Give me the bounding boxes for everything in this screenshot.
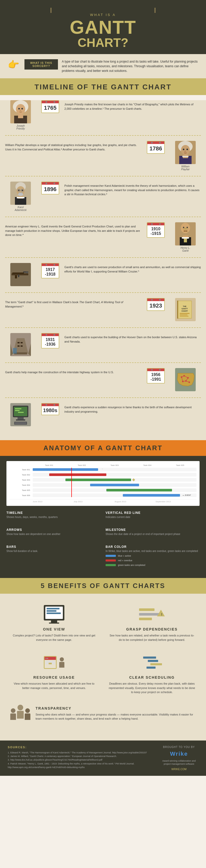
year-1931: 1931-1936 [42, 336, 59, 348]
anatomy-label-bars: Bars Show full duration of a task. [6, 545, 100, 566]
benefits-title: 5 Benefits of Gantt Charts [4, 582, 202, 590]
svg-rect-34 [184, 239, 187, 242]
benefit-title-scheduling: Clear Scheduling [108, 675, 196, 679]
legend-red: red = overdue [118, 559, 132, 562]
source-2: 2. James M. Willard, "Gantt Charts: A ce… [8, 754, 152, 758]
svg-point-45 [26, 272, 28, 273]
svg-marker-64 [177, 373, 195, 386]
timeline-title: Timeline of the Gantt Chart [4, 83, 202, 91]
svg-rect-41 [12, 273, 24, 274]
svg-point-5 [18, 108, 20, 110]
anatomy-label-vertical-red-line: Vertical Red Line Indicates current date [106, 511, 200, 519]
benefit-title-grasp-deps: Grasp Dependencies [108, 627, 196, 631]
anatomy-label-milestone: Milestone Shows the due date of a projec… [106, 528, 200, 536]
year-1980s: 1980s [42, 406, 59, 415]
timeline-person-adamiecki: KarolAdamiecki [5, 182, 36, 212]
arrow-indicator: → [182, 494, 185, 497]
year-1786: 1786 [147, 144, 164, 153]
timeline-event-1956: 1956-1991 Gantt charts help manage the c… [5, 368, 201, 392]
header-main-title: Gantt [5, 18, 201, 37]
sources-title: Sources: [8, 746, 152, 749]
anatomy-title: Anatomy of a Gantt Chart [4, 444, 202, 452]
sorcery-label: What is thisSorcery? [25, 59, 58, 69]
milestone-diamond [132, 478, 135, 481]
anatomy-gantt-visual: Task 001 Task 002 Task 003 Task 004 Task… [6, 461, 200, 506]
timeline-event-1786: WilliamPlayfair 1786 William Playfair de… [5, 141, 201, 171]
svg-rect-53 [180, 316, 188, 316]
svg-rect-51 [180, 313, 190, 314]
svg-rect-85 [15, 422, 26, 424]
header-subtitle: Chart? [5, 37, 201, 49]
legend-green: green tasks are completed [118, 564, 145, 566]
date-badge-1956: 1956-1991 [145, 368, 166, 392]
timeline-text-1931: Gantt charts used to supervise the build… [64, 333, 201, 357]
benefit-transparency: Transparency Seeing who does which task … [5, 700, 201, 727]
benefit-title-transparency: Transparency [36, 706, 196, 710]
gantt-bar-4 [90, 484, 139, 486]
svg-rect-78 [14, 407, 27, 416]
svg-rect-61 [21, 345, 23, 347]
person-name-playfair: WilliamPlayfair [170, 165, 201, 171]
timeline-person-gantt: Henry L.Gantt [170, 222, 201, 252]
person-name-priestley: JosephPriestly [5, 124, 36, 130]
wrike-url: WRIKE.COM [171, 768, 187, 771]
timeline-image-gun [5, 263, 36, 287]
svg-point-22 [22, 190, 23, 191]
benefit-grasp-dependencies: ! Grasp Dependencies See how tasks are r… [103, 599, 201, 647]
gantt-bar-5 [106, 489, 172, 491]
timeline-text-1923: The term "Gantt chart" is first used in … [5, 298, 142, 322]
svg-rect-83 [16, 419, 25, 421]
anatomy-header-bar: Anatomy of a Gantt Chart [0, 440, 206, 456]
timeline-text-1910: American engineer Henry L. Gantt invents… [5, 222, 142, 252]
year-1765: 1765 [42, 103, 59, 113]
benefit-desc-one-view: Complex project? Lots of tasks? Distill … [10, 633, 98, 642]
year-1956: 1956-1991 [147, 371, 164, 383]
brought-by-label: Brought to you by [163, 746, 195, 748]
svg-rect-44 [18, 275, 19, 277]
timeline-person-playfair: WilliamPlayfair [170, 141, 201, 171]
svg-rect-47 [178, 301, 191, 318]
svg-rect-43 [15, 275, 17, 278]
anatomy-label-timeline: Timeline Shows hours, days, weeks, month… [6, 511, 100, 519]
svg-marker-63 [28, 343, 31, 356]
person-name-gantt: Henry L.Gantt [170, 247, 201, 252]
benefit-clear-scheduling: Clear Scheduling Deadlines are obvious. … [103, 647, 201, 700]
svg-rect-82 [18, 417, 24, 419]
timeline-header: Timeline of the Gantt Chart [0, 79, 206, 95]
timeline-image-highway [170, 368, 201, 392]
svg-rect-33 [182, 237, 189, 239]
date-badge-1896: 1896 [40, 182, 61, 212]
svg-point-14 [186, 149, 188, 150]
timeline-text-1917: Gantt's charts are used to oversee produ… [64, 263, 201, 287]
benefits-header: 5 Benefits of Gantt Charts [0, 578, 206, 594]
svg-rect-57 [13, 348, 17, 354]
date-badge-1923: 1923 [145, 298, 166, 322]
svg-text:THE: THE [183, 306, 186, 307]
sources-section: Sources: 1. Edward R. Marsh, "The Harmon… [0, 741, 206, 776]
sorcery-section: 👉 What is thisSorcery? A type of bar cha… [0, 54, 206, 79]
year-1917: 1917-1918 [42, 266, 59, 278]
legend-blue: blue = active [118, 555, 131, 557]
timeline-text-1980s: Gantt charts experience a sudden resurge… [64, 403, 201, 427]
year-1923: 1923 [147, 301, 164, 310]
svg-rect-79 [15, 408, 21, 409]
svg-point-39 [185, 230, 187, 231]
svg-point-21 [18, 190, 20, 191]
svg-point-38 [183, 230, 186, 231]
svg-point-37 [183, 228, 188, 230]
svg-rect-4 [18, 114, 23, 118]
benefit-title-resource: Resource Usage [10, 675, 98, 679]
date-badge-1917: 1917-1918 [40, 263, 61, 287]
svg-text:CHART: CHART [181, 310, 188, 312]
svg-rect-58 [18, 342, 20, 343]
anatomy-label-bar-color: Bar Color In Wrike, blue tasks are activ… [106, 545, 200, 566]
wrike-tagline: Award-winning collaboration and project … [160, 759, 198, 766]
gantt-bar-6 [123, 494, 180, 497]
source-4: 4. Patrick Weaver, "Henry L. Gantt, 1861… [8, 762, 152, 769]
timeline-section: JosephPriestly 1765 Joseph Priestly make… [0, 100, 206, 440]
svg-rect-52 [180, 314, 187, 315]
timeline-text-1896: Polish management researcher Karol Adami… [64, 182, 201, 212]
source-1: 1. Edward R. Marsh, "The Harmonogram of … [8, 751, 152, 754]
timeline-event-1923: THE GANTT CHART 1923 The term "G [5, 298, 201, 322]
svg-text:GANTT: GANTT [181, 308, 188, 310]
